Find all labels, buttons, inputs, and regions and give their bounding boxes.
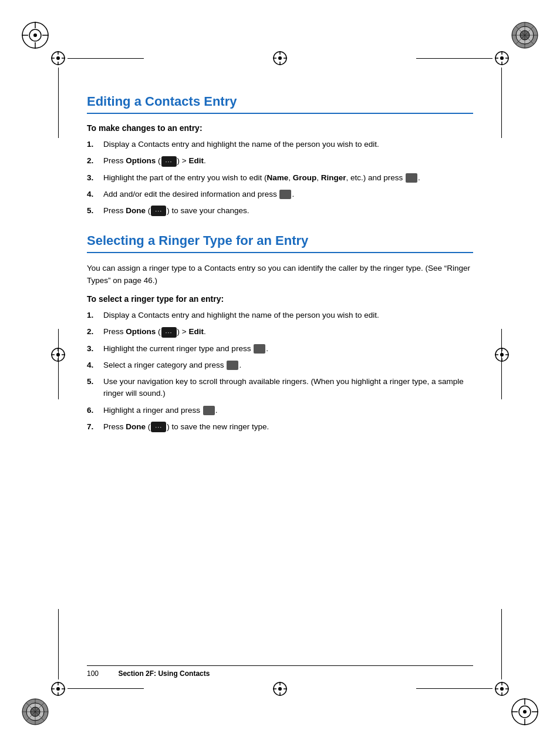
- step-2-7-bold-done: Done: [126, 422, 146, 431]
- step-1-5: 5. Press Done () to save your changes.: [87, 205, 473, 217]
- step-1-2-content: Press Options () > Edit.: [103, 155, 473, 167]
- corner-mark-br: [507, 694, 542, 729]
- reg-mark-top-mid: [272, 50, 288, 66]
- footer-divider: [87, 665, 473, 666]
- svg-point-53: [500, 353, 504, 356]
- step-1-1-content: Display a Contacts entry and highlight t…: [103, 139, 473, 150]
- step-2-4-content: Select a ringer category and press .: [103, 359, 473, 371]
- reg-mark-right-bot: [494, 681, 510, 697]
- crop-line-right-bot: [501, 609, 502, 679]
- step-1-1: 1. Display a Contacts entry and highligh…: [87, 139, 473, 150]
- step-2-7-content: Press Done () to save the new ringer typ…: [103, 421, 473, 433]
- svg-point-2: [33, 33, 37, 37]
- step-1-2-bold-options: Options: [126, 156, 156, 165]
- step-2-2-bold-edit: Edit: [188, 327, 204, 336]
- step-2-2: 2. Press Options () > Edit.: [87, 326, 473, 338]
- reg-mark-left-bot: [50, 681, 66, 697]
- section2-steps: 1. Display a Contacts entry and highligh…: [87, 309, 473, 433]
- reg-mark-right-top: [494, 50, 510, 66]
- crop-line-left-bot: [58, 609, 59, 679]
- step-2-5: 5. Use your navigation key to scroll thr…: [87, 376, 473, 400]
- step-2-3-content: Highlight the current ringer type and pr…: [103, 343, 473, 355]
- step-2-1-content: Display a Contacts entry and highlight t…: [103, 309, 473, 321]
- step-2-1: 1. Display a Contacts entry and highligh…: [87, 309, 473, 321]
- corner-mark-bl: [18, 694, 53, 729]
- step-2-2-content: Press Options () > Edit.: [103, 326, 473, 338]
- step-2-3: 3. Highlight the current ringer type and…: [87, 343, 473, 355]
- step-1-4-num: 4.: [87, 189, 103, 200]
- crop-line-right-top: [501, 68, 502, 138]
- step-1-2: 2. Press Options () > Edit.: [87, 155, 473, 167]
- done-button-icon-2: [151, 422, 166, 432]
- step-2-1-num: 1.: [87, 309, 103, 321]
- step-2-7-num: 7.: [87, 421, 103, 433]
- section2-description: You can assign a ringer type to a Contac…: [87, 263, 473, 287]
- select-button-icon-3: [254, 344, 265, 354]
- section2-title: Selecting a Ringer Type for an Entry: [87, 233, 473, 248]
- corner-mark-tl: [18, 18, 53, 53]
- step-2-2-num: 2.: [87, 326, 103, 338]
- svg-point-59: [500, 687, 504, 691]
- done-button-icon-1: [151, 206, 166, 216]
- step-1-3-content: Highlight the part of the entry you wish…: [103, 172, 473, 184]
- crop-line-left-mid: [58, 329, 59, 399]
- step-2-6-num: 6.: [87, 405, 103, 416]
- reg-mark-right-mid: [494, 346, 510, 363]
- crop-line-bot-left: [68, 688, 144, 689]
- step-1-1-num: 1.: [87, 139, 103, 150]
- step-1-3-bold-group: Group: [293, 173, 317, 182]
- select-button-icon-1: [406, 173, 417, 183]
- svg-point-41: [56, 687, 60, 691]
- step-2-4: 4. Select a ringer category and press .: [87, 359, 473, 371]
- crop-line-top-left: [68, 58, 144, 59]
- svg-point-65: [278, 56, 282, 60]
- step-1-2-num: 2.: [87, 155, 103, 167]
- section1-divider: [87, 113, 473, 114]
- step-1-5-num: 5.: [87, 205, 103, 217]
- step-1-3-bold-ringer: Ringer: [321, 173, 346, 182]
- crop-line-right-mid: [501, 329, 502, 399]
- step-2-3-num: 3.: [87, 343, 103, 355]
- step-1-5-content: Press Done () to save your changes.: [103, 205, 473, 217]
- step-1-4-content: Add and/or edit the desired information …: [103, 189, 473, 200]
- page: Editing a Contacts Entry To make changes…: [0, 0, 560, 747]
- step-1-4: 4. Add and/or edit the desired informati…: [87, 189, 473, 200]
- step-2-2-bold-options: Options: [126, 327, 156, 336]
- section2-instruction-heading: To select a ringer type for an entry:: [87, 294, 473, 304]
- corner-mark-tr: [507, 18, 542, 53]
- step-2-6: 6. Highlight a ringer and press .: [87, 405, 473, 416]
- section1-instruction-heading: To make changes to an entry:: [87, 123, 473, 133]
- step-1-3-bold-name: Name: [266, 173, 288, 182]
- reg-mark-bot-mid: [272, 681, 288, 697]
- step-2-4-num: 4.: [87, 359, 103, 371]
- main-content: Editing a Contacts Entry To make changes…: [87, 94, 473, 449]
- reg-mark-left-top: [50, 50, 66, 66]
- footer-section-label: Section 2F: Using Contacts: [118, 669, 210, 678]
- svg-point-71: [278, 687, 282, 691]
- options-button-icon-1: [161, 156, 177, 167]
- select-button-icon-4: [227, 361, 238, 370]
- svg-point-29: [56, 56, 60, 60]
- step-2-6-content: Highlight a ringer and press .: [103, 405, 473, 416]
- step-1-3-num: 3.: [87, 172, 103, 184]
- crop-line-left-top: [58, 68, 59, 138]
- step-2-7: 7. Press Done () to save the new ringer …: [87, 421, 473, 433]
- footer: 100 Section 2F: Using Contacts: [87, 665, 473, 678]
- section-ringer: Selecting a Ringer Type for an Entry You…: [87, 233, 473, 433]
- step-2-5-num: 5.: [87, 376, 103, 388]
- step-1-2-bold-edit: Edit: [188, 156, 204, 165]
- step-2-5-content: Use your navigation key to scroll throug…: [103, 376, 473, 400]
- svg-point-23: [523, 710, 527, 714]
- svg-point-47: [500, 56, 504, 60]
- step-1-5-bold-done: Done: [126, 206, 146, 215]
- footer-page-number: 100: [87, 669, 99, 678]
- step-1-3: 3. Highlight the part of the entry you w…: [87, 172, 473, 184]
- crop-line-top-right: [416, 58, 492, 59]
- section-editing: Editing a Contacts Entry To make changes…: [87, 94, 473, 217]
- options-button-icon-2: [161, 327, 177, 338]
- footer-text: 100 Section 2F: Using Contacts: [87, 669, 473, 678]
- select-button-icon-2: [279, 190, 291, 199]
- crop-line-bot-right: [416, 688, 492, 689]
- section1-steps: 1. Display a Contacts entry and highligh…: [87, 139, 473, 217]
- section2-divider: [87, 252, 473, 253]
